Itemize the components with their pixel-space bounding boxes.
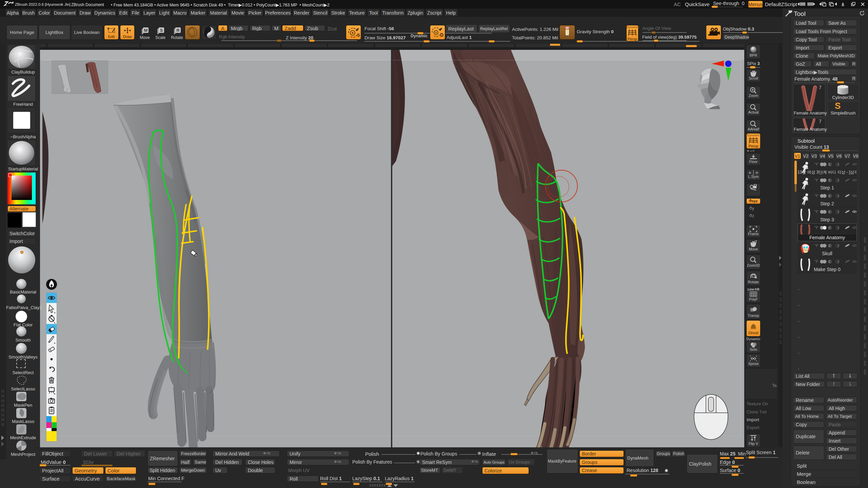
svg-text:R: R xyxy=(176,28,180,33)
svg-text:S: S xyxy=(160,28,163,33)
svg-text:D: D xyxy=(440,32,443,38)
svg-text:M: M xyxy=(144,28,148,33)
svg-text:S: S xyxy=(357,33,360,38)
